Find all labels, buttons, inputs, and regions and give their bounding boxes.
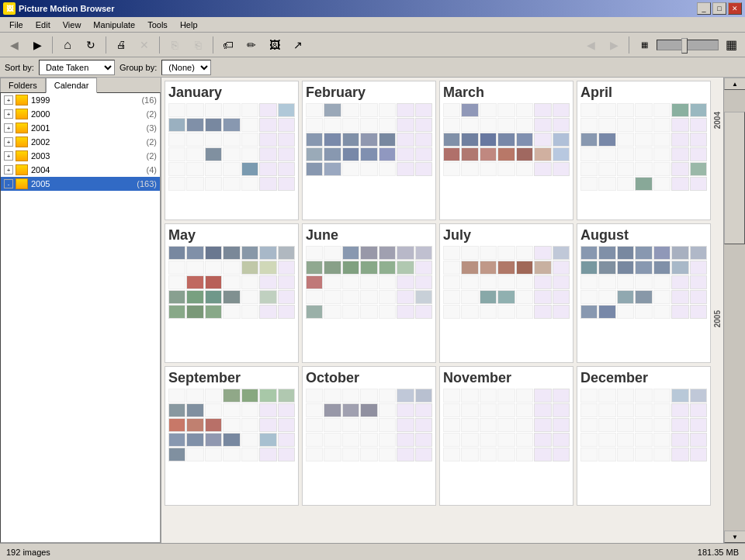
cal-cell[interactable] bbox=[598, 261, 615, 275]
cal-cell[interactable] bbox=[690, 389, 707, 403]
cal-cell[interactable] bbox=[397, 246, 414, 260]
cal-cell[interactable] bbox=[415, 246, 432, 260]
cal-cell[interactable] bbox=[360, 261, 377, 275]
cal-cell[interactable] bbox=[186, 305, 203, 319]
cal-cell[interactable] bbox=[342, 246, 359, 260]
cal-cell[interactable] bbox=[306, 162, 323, 176]
delete-button[interactable]: ✕ bbox=[133, 35, 155, 55]
cal-cell[interactable] bbox=[205, 433, 222, 447]
calendar-scroll[interactable]: January bbox=[161, 78, 714, 543]
menu-help[interactable]: Help bbox=[174, 19, 204, 31]
cal-cell[interactable] bbox=[259, 389, 276, 403]
cal-cell[interactable] bbox=[324, 133, 341, 147]
cal-cell[interactable] bbox=[259, 246, 276, 260]
cal-cell[interactable] bbox=[480, 290, 497, 304]
cal-cell[interactable] bbox=[553, 133, 570, 147]
cal-cell[interactable] bbox=[443, 147, 460, 161]
cal-cell[interactable] bbox=[617, 261, 634, 275]
cal-cell[interactable] bbox=[653, 261, 670, 275]
close-button[interactable]: ✕ bbox=[728, 2, 742, 15]
cal-cell[interactable] bbox=[360, 147, 377, 161]
cal-cell[interactable] bbox=[671, 389, 688, 403]
cal-cell[interactable] bbox=[168, 118, 185, 132]
cal-cell[interactable] bbox=[342, 403, 359, 417]
cal-cell[interactable] bbox=[497, 261, 515, 275]
cal-cell[interactable] bbox=[324, 403, 341, 417]
edit-button[interactable]: ✏ bbox=[241, 35, 262, 55]
cal-cell[interactable] bbox=[497, 290, 515, 304]
cal-cell[interactable] bbox=[223, 118, 240, 132]
cal-cell[interactable] bbox=[553, 147, 570, 161]
grid-view-button[interactable]: ▦ bbox=[633, 35, 655, 55]
cal-cell[interactable] bbox=[186, 433, 203, 447]
cal-cell[interactable] bbox=[205, 275, 222, 289]
cal-cell[interactable] bbox=[553, 246, 570, 260]
cal-cell[interactable] bbox=[223, 433, 240, 447]
cal-cell[interactable] bbox=[324, 261, 341, 275]
cal-cell[interactable] bbox=[306, 147, 323, 161]
folder-2005[interactable]: - 2005 (163) bbox=[1, 177, 160, 191]
cal-cell[interactable] bbox=[379, 261, 396, 275]
folder-2004[interactable]: + 2004 (4) bbox=[1, 163, 160, 177]
sort-select[interactable]: Date Taken File Name File Size Date Modi… bbox=[39, 60, 115, 75]
cal-cell[interactable] bbox=[205, 246, 222, 260]
cal-cell[interactable] bbox=[223, 246, 240, 260]
cal-cell[interactable] bbox=[241, 246, 258, 260]
cal-cell[interactable] bbox=[306, 275, 323, 289]
cal-cell[interactable] bbox=[306, 305, 323, 319]
cal-cell[interactable] bbox=[324, 147, 341, 161]
cal-cell[interactable] bbox=[379, 246, 396, 260]
cal-cell[interactable] bbox=[534, 147, 551, 161]
cal-cell[interactable] bbox=[534, 261, 551, 275]
cal-cell[interactable] bbox=[461, 261, 478, 275]
cal-cell[interactable] bbox=[635, 246, 652, 260]
cal-cell[interactable] bbox=[397, 389, 414, 403]
cal-cell[interactable] bbox=[379, 133, 396, 147]
cal-cell[interactable] bbox=[241, 261, 258, 275]
cal-cell[interactable] bbox=[324, 103, 341, 117]
move-button[interactable]: ⎗ bbox=[187, 35, 209, 55]
cal-cell[interactable] bbox=[461, 133, 478, 147]
cal-cell[interactable] bbox=[580, 246, 598, 260]
cal-cell[interactable] bbox=[598, 133, 615, 147]
tag-button[interactable]: 🏷 bbox=[217, 35, 239, 55]
cal-cell[interactable] bbox=[186, 275, 203, 289]
cal-cell[interactable] bbox=[598, 246, 615, 260]
scroll-down-button[interactable]: ▼ bbox=[724, 531, 745, 543]
folder-2000[interactable]: + 2000 (2) bbox=[1, 107, 160, 121]
cal-cell[interactable] bbox=[306, 261, 323, 275]
cal-cell[interactable] bbox=[360, 403, 377, 417]
cal-cell[interactable] bbox=[278, 246, 295, 260]
cal-cell[interactable] bbox=[186, 290, 203, 304]
size-slider[interactable] bbox=[657, 40, 719, 50]
expand-2005[interactable]: - bbox=[4, 179, 13, 188]
cal-cell[interactable] bbox=[259, 261, 276, 275]
cal-cell[interactable] bbox=[415, 389, 432, 403]
cal-cell[interactable] bbox=[516, 261, 533, 275]
share-button[interactable]: ↗ bbox=[287, 35, 309, 55]
cal-cell[interactable] bbox=[635, 261, 652, 275]
cal-cell[interactable] bbox=[278, 103, 295, 117]
cal-cell[interactable] bbox=[241, 162, 258, 176]
cal-cell[interactable] bbox=[480, 147, 497, 161]
maximize-button[interactable]: □ bbox=[712, 2, 726, 15]
cal-cell[interactable] bbox=[205, 305, 222, 319]
tab-calendar[interactable]: Calendar bbox=[46, 78, 98, 93]
cal-cell[interactable] bbox=[223, 290, 240, 304]
cal-cell[interactable] bbox=[205, 418, 222, 432]
cal-cell[interactable] bbox=[480, 261, 497, 275]
print-button[interactable]: 🖨 bbox=[110, 35, 132, 55]
expand-2003[interactable]: + bbox=[4, 151, 13, 161]
cal-cell[interactable] bbox=[480, 133, 497, 147]
cal-cell[interactable] bbox=[223, 389, 240, 403]
cal-cell[interactable] bbox=[342, 261, 359, 275]
folder-2001[interactable]: + 2001 (3) bbox=[1, 121, 160, 135]
cal-cell[interactable] bbox=[186, 118, 203, 132]
expand-2001[interactable]: + bbox=[4, 123, 13, 133]
cal-cell[interactable] bbox=[671, 103, 688, 117]
cal-cell[interactable] bbox=[342, 133, 359, 147]
cal-cell[interactable] bbox=[653, 246, 670, 260]
cal-cell[interactable] bbox=[168, 290, 185, 304]
cal-cell[interactable] bbox=[671, 246, 688, 260]
cal-cell[interactable] bbox=[324, 162, 341, 176]
